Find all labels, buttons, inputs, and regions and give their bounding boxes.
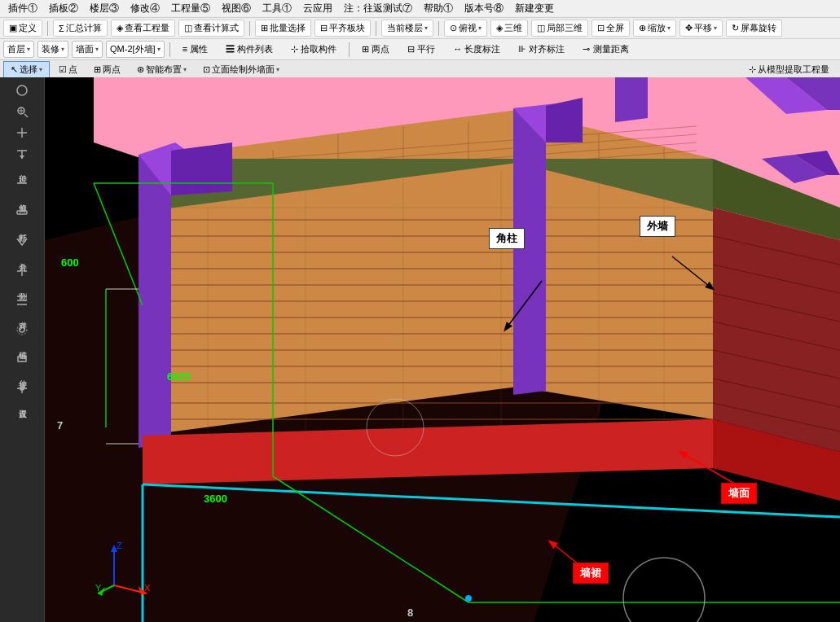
- fullscreen-btn[interactable]: ⊡ 全屏: [592, 20, 630, 37]
- prop-btn[interactable]: ≡ 属性: [175, 41, 215, 58]
- svg-marker-9: [20, 156, 24, 159]
- elev-icon: ⊡: [203, 64, 210, 75]
- sidebar-zoom-icon[interactable]: [4, 102, 40, 121]
- menu-test[interactable]: 注：往返测试⑦: [339, 0, 417, 17]
- smart-icon: ⊛: [137, 64, 144, 75]
- sidebar-line-icon[interactable]: [14, 173, 30, 193]
- extend-tool[interactable]: 延伸: [15, 165, 29, 172]
- sidebar-offset-icon[interactable]: [4, 320, 40, 339]
- select-tool[interactable]: ↖ 选择 ▾: [3, 61, 50, 78]
- merge-tool[interactable]: 合并: [15, 253, 29, 260]
- align-tool[interactable]: 对齐: [15, 312, 29, 318]
- floor-dropdown-icon: ▾: [424, 24, 428, 32]
- menu-modify[interactable]: 修改④: [125, 0, 165, 17]
- sidebar-merge-icon[interactable]: [4, 232, 40, 252]
- sidebar-icon-1[interactable]: [4, 81, 40, 100]
- define-btn[interactable]: ▣ 定义: [3, 20, 42, 37]
- svg-rect-11: [17, 211, 27, 214]
- two-pt-icon: ⊞: [362, 44, 369, 54]
- trim-tool[interactable]: 修剪: [15, 195, 29, 201]
- qm-select[interactable]: QM-2[外墙] ▾: [106, 41, 165, 58]
- dim-600: 600: [61, 256, 79, 269]
- pan-dropdown-icon: ▾: [714, 24, 717, 32]
- zoom-btn[interactable]: ⊕ 缩放 ▾: [633, 20, 676, 37]
- sidebar-extend-icon[interactable]: [4, 144, 40, 164]
- menu-help[interactable]: 帮助①: [419, 0, 458, 17]
- point-tool[interactable]: ☑ 点: [51, 61, 85, 78]
- zoom-icon: ⊕: [639, 23, 646, 33]
- menu-cloud[interactable]: 云应用: [298, 0, 337, 17]
- 3d-btn[interactable]: ◈ 三维: [490, 20, 528, 37]
- list-icon: ☰: [226, 44, 235, 54]
- menu-plugin[interactable]: 插件①: [3, 0, 42, 17]
- sigma-icon: Σ: [59, 24, 64, 33]
- elevation-draw-tool[interactable]: ⊡ 立面绘制外墙面 ▾: [196, 61, 287, 78]
- sidebar-setpoint-icon[interactable]: [4, 379, 40, 398]
- svg-text:Z: Z: [117, 541, 122, 550]
- preview-btn[interactable]: ⊙ 俯视 ▾: [444, 20, 487, 37]
- define-icon: ▣: [9, 23, 17, 33]
- menu-version[interactable]: 版本号⑧: [460, 0, 508, 17]
- qm-select-icon: ▾: [157, 46, 161, 53]
- sidebar-align-icon[interactable]: [4, 291, 40, 310]
- sidebar-stretch-icon[interactable]: [4, 349, 40, 369]
- menu-new-change[interactable]: 新建变更: [510, 0, 559, 17]
- viewport[interactable]: 600 6925 3600 7 8 角柱 外墙 墙面 墙裙 Z X: [45, 77, 840, 622]
- floor-select[interactable]: 首层 ▾: [3, 41, 34, 58]
- view-calc-btn[interactable]: ◫ 查看计算式: [178, 20, 244, 37]
- view-engineering-btn[interactable]: ◈ 查看工程量: [111, 20, 175, 37]
- svg-line-2: [24, 114, 28, 117]
- wall-face-label: 墙面: [721, 483, 757, 504]
- canvas-area[interactable]: 600 6925 3600 7 8 角柱 外墙 墙面 墙裙 Z X: [45, 77, 840, 622]
- rotate-btn[interactable]: ↻ 屏幕旋转: [726, 20, 782, 37]
- pick-icon: ⊹: [291, 44, 298, 54]
- measure-dist-btn[interactable]: ⊸ 测量距离: [575, 41, 635, 58]
- sidebar-cross-icon[interactable]: [4, 123, 40, 142]
- decor-select[interactable]: 装修 ▾: [37, 41, 68, 58]
- current-floor-btn[interactable]: 当前楼层 ▾: [381, 20, 433, 37]
- ceiling-select-icon: ▾: [95, 46, 99, 53]
- parallel-btn[interactable]: ⊟ 平行: [400, 41, 442, 58]
- stretch-tool[interactable]: 拉伸: [15, 370, 29, 377]
- sep3: [376, 21, 376, 36]
- svg-point-100: [465, 595, 472, 602]
- length-dim-btn[interactable]: ↔ 长度标注: [446, 41, 508, 58]
- flat-icon: ⊟: [320, 23, 328, 33]
- local-3d-btn[interactable]: ◫ 局部三维: [531, 20, 588, 37]
- menu-tools[interactable]: 工具①: [257, 0, 297, 17]
- split-tool[interactable]: 分割: [15, 283, 29, 289]
- break-tool[interactable]: 打断: [15, 224, 29, 230]
- menu-view[interactable]: 视图⑥: [217, 0, 256, 17]
- align-dim-btn[interactable]: ⊪ 对齐标注: [511, 41, 572, 58]
- extract-qty-btn[interactable]: ⊹ 从模型提取工程量: [741, 61, 837, 78]
- sidebar-trim-icon[interactable]: [4, 203, 40, 222]
- summary-btn[interactable]: Σ 汇总计算: [53, 20, 108, 37]
- batch-icon: ⊞: [261, 23, 268, 33]
- fullscreen-icon: ⊡: [597, 23, 605, 33]
- smart-arrange-tool[interactable]: ⊛ 智能布置 ▾: [130, 61, 194, 78]
- component-list-btn[interactable]: ☰ 构件列表: [218, 41, 280, 58]
- ceiling-select[interactable]: 墙面 ▾: [72, 41, 103, 58]
- two-pt-tool[interactable]: ⊞ 两点: [86, 61, 128, 78]
- measure-icon: ⊸: [583, 44, 590, 54]
- menu-board[interactable]: 插板②: [44, 0, 83, 17]
- sidebar-split-icon[interactable]: [4, 261, 40, 281]
- menu-qty[interactable]: 工程量⑤: [166, 0, 215, 17]
- smart-dropdown-icon: ▾: [183, 66, 187, 73]
- parallel-icon: ⊟: [407, 44, 415, 54]
- view-eng-icon: ◈: [117, 23, 123, 33]
- menu-floor[interactable]: 楼层③: [85, 0, 124, 17]
- offset-tool[interactable]: 偏移: [15, 341, 29, 348]
- pick-component-btn[interactable]: ⊹ 拾取构件: [284, 41, 344, 58]
- align-dim-icon: ⊪: [518, 44, 526, 54]
- flat-panel-btn[interactable]: ⊟ 平齐板块: [314, 20, 371, 37]
- batch-select-btn[interactable]: ⊞ 批量选择: [255, 20, 311, 37]
- svg-marker-75: [139, 151, 171, 448]
- setpoint-tool[interactable]: 设置点: [15, 400, 29, 406]
- pan-btn[interactable]: ✥ 平移 ▾: [679, 20, 723, 37]
- two-point-btn[interactable]: ⊞ 两点: [354, 41, 397, 58]
- dim-3600: 3600: [204, 493, 227, 505]
- two-pt-tool-icon: ⊞: [94, 64, 101, 75]
- sep5: [169, 42, 170, 57]
- svg-point-19: [17, 325, 27, 335]
